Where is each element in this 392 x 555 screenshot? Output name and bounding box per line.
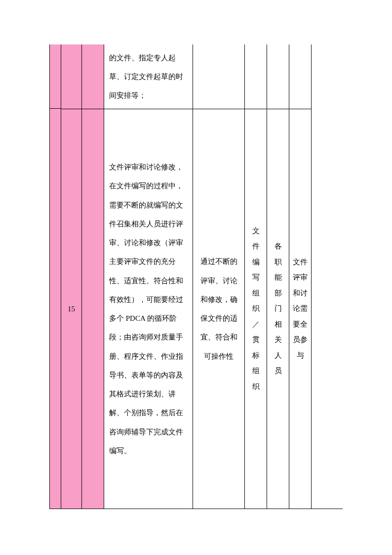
column-7-personnel: 各职能部门相关人员 (267, 44, 289, 509)
cell-1-bottom (50, 109, 61, 509)
description-top-text: 的文件、指定专人起草、订定文件起草的时间安排等； (109, 48, 188, 105)
organization-text: 文件编写组织／贯标组织 (247, 223, 265, 395)
cell-row-number: 15 (61, 109, 81, 509)
cell-5-top (193, 44, 244, 109)
personnel-text: 各职能部门相关人员 (269, 239, 287, 379)
column-1 (49, 44, 61, 509)
cell-8-bottom: 文件评审和讨论需要全员参与 (289, 109, 311, 509)
column-6-organization: 文件编写组织／贯标组织 (245, 44, 267, 509)
cell-3-top (82, 44, 104, 109)
column-8-remarks: 文件评审和讨论需要全员参与 (289, 44, 312, 509)
cell-2-top (61, 44, 81, 109)
column-4-description: 的文件、指定专人起草、订定文件起草的时间安排等； 文件评审和讨论修改，在文件编写… (104, 44, 193, 509)
column-5-purpose: 通过不断的评审、讨论和修改，确保文件的适宜、符合和可操作性 (193, 44, 245, 509)
cell-6-top (245, 44, 267, 109)
row-number-text: 15 (63, 299, 79, 319)
page-container: 15 的文件、指定专人起草、订定文件起草的时间安排等； 文件评审和讨论修改，在文… (0, 0, 392, 555)
cell-6-bottom: 文件编写组织／贯标组织 (245, 109, 267, 509)
cell-7-bottom: 各职能部门相关人员 (267, 109, 289, 509)
cell-3-bottom (82, 109, 104, 509)
cell-7-top (267, 44, 289, 109)
column-2-row-number: 15 (61, 44, 82, 509)
cell-8-top (289, 44, 311, 109)
data-table: 15 的文件、指定专人起草、订定文件起草的时间安排等； 文件评审和讨论修改，在文… (49, 44, 343, 509)
remarks-text: 文件评审和讨论需要全员参与 (291, 255, 309, 364)
cell-5-bottom: 通过不断的评审、讨论和修改，确保文件的适宜、符合和可操作性 (193, 109, 244, 509)
cell-4-top: 的文件、指定专人起草、订定文件起草的时间安排等； (104, 44, 193, 109)
column-3 (82, 44, 104, 509)
purpose-text: 通过不断的评审、讨论和修改，确保文件的适宜、符合和可操作性 (197, 252, 240, 366)
cell-1-top (50, 44, 61, 109)
description-bottom-text: 文件评审和讨论修改，在文件编写的过程中，需要不断的就编写的文件召集相关人员进行评… (109, 158, 188, 460)
cell-4-bottom: 文件评审和讨论修改，在文件编写的过程中，需要不断的就编写的文件召集相关人员进行评… (104, 109, 193, 509)
